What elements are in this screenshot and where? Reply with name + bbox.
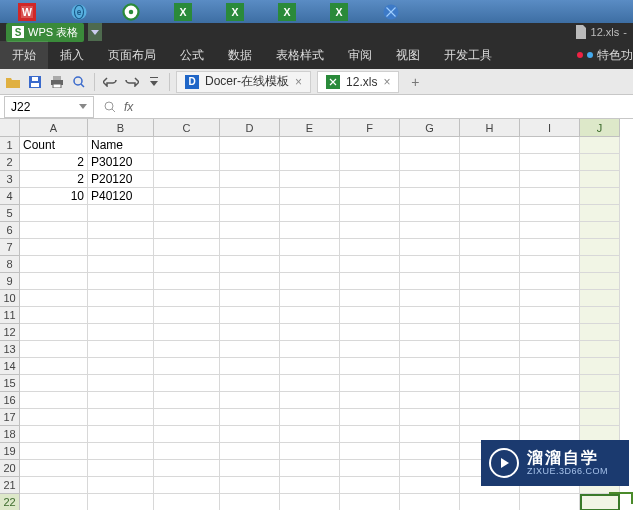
cell-B17[interactable]	[88, 409, 154, 426]
cell-F12[interactable]	[340, 324, 400, 341]
cell-C20[interactable]	[154, 460, 220, 477]
select-all-corner[interactable]	[0, 119, 20, 137]
cell-B8[interactable]	[88, 256, 154, 273]
cell-D10[interactable]	[220, 290, 280, 307]
cell-H12[interactable]	[460, 324, 520, 341]
cell-F5[interactable]	[340, 205, 400, 222]
cell-I9[interactable]	[520, 273, 580, 290]
cell-C15[interactable]	[154, 375, 220, 392]
cell-E2[interactable]	[280, 154, 340, 171]
cell-F11[interactable]	[340, 307, 400, 324]
row-head-22[interactable]: 22	[0, 494, 20, 510]
cell-E4[interactable]	[280, 188, 340, 205]
cell-C17[interactable]	[154, 409, 220, 426]
cell-G13[interactable]	[400, 341, 460, 358]
cell-J8[interactable]	[580, 256, 620, 273]
cell-C9[interactable]	[154, 273, 220, 290]
cell-A22[interactable]	[20, 494, 88, 510]
cell-B13[interactable]	[88, 341, 154, 358]
cell-C21[interactable]	[154, 477, 220, 494]
cell-I7[interactable]	[520, 239, 580, 256]
cell-A21[interactable]	[20, 477, 88, 494]
cell-G6[interactable]	[400, 222, 460, 239]
cell-H7[interactable]	[460, 239, 520, 256]
cell-J2[interactable]	[580, 154, 620, 171]
cell-I10[interactable]	[520, 290, 580, 307]
row-head-6[interactable]: 6	[0, 222, 20, 239]
menu-审阅[interactable]: 审阅	[336, 41, 384, 69]
cell-B6[interactable]	[88, 222, 154, 239]
cell-A11[interactable]	[20, 307, 88, 324]
row-head-3[interactable]: 3	[0, 171, 20, 188]
cell-E16[interactable]	[280, 392, 340, 409]
cell-I3[interactable]	[520, 171, 580, 188]
cell-H9[interactable]	[460, 273, 520, 290]
taskbar-app-4[interactable]: X	[162, 2, 204, 22]
menu-开始[interactable]: 开始	[0, 41, 48, 69]
cell-E3[interactable]	[280, 171, 340, 188]
cell-C18[interactable]	[154, 426, 220, 443]
row-head-17[interactable]: 17	[0, 409, 20, 426]
qat-dropdown[interactable]	[145, 73, 163, 91]
menu-表格样式[interactable]: 表格样式	[264, 41, 336, 69]
cell-I12[interactable]	[520, 324, 580, 341]
taskbar-app-8[interactable]	[370, 2, 412, 22]
cell-J16[interactable]	[580, 392, 620, 409]
menu-数据[interactable]: 数据	[216, 41, 264, 69]
menu-插入[interactable]: 插入	[48, 41, 96, 69]
cell-F7[interactable]	[340, 239, 400, 256]
col-head-J[interactable]: J	[580, 119, 620, 137]
cell-H6[interactable]	[460, 222, 520, 239]
fx-label[interactable]: fx	[124, 100, 133, 114]
cell-C16[interactable]	[154, 392, 220, 409]
row-head-12[interactable]: 12	[0, 324, 20, 341]
col-head-A[interactable]: A	[20, 119, 88, 137]
cell-D7[interactable]	[220, 239, 280, 256]
cell-J9[interactable]	[580, 273, 620, 290]
cell-G9[interactable]	[400, 273, 460, 290]
wps-dropdown[interactable]	[88, 23, 102, 41]
cell-A7[interactable]	[20, 239, 88, 256]
col-head-B[interactable]: B	[88, 119, 154, 137]
cell-A3[interactable]: 2	[20, 171, 88, 188]
cell-C22[interactable]	[154, 494, 220, 510]
col-head-D[interactable]: D	[220, 119, 280, 137]
cell-H5[interactable]	[460, 205, 520, 222]
cell-B18[interactable]	[88, 426, 154, 443]
cell-G22[interactable]	[400, 494, 460, 510]
cell-D5[interactable]	[220, 205, 280, 222]
cell-A9[interactable]	[20, 273, 88, 290]
cell-B19[interactable]	[88, 443, 154, 460]
row-head-4[interactable]: 4	[0, 188, 20, 205]
cell-G8[interactable]	[400, 256, 460, 273]
cell-C13[interactable]	[154, 341, 220, 358]
cell-G16[interactable]	[400, 392, 460, 409]
cell-I16[interactable]	[520, 392, 580, 409]
cell-G21[interactable]	[400, 477, 460, 494]
cell-J7[interactable]	[580, 239, 620, 256]
cell-B1[interactable]: Name	[88, 137, 154, 154]
cell-C3[interactable]	[154, 171, 220, 188]
cell-F19[interactable]	[340, 443, 400, 460]
cell-D2[interactable]	[220, 154, 280, 171]
row-head-14[interactable]: 14	[0, 358, 20, 375]
cell-E9[interactable]	[280, 273, 340, 290]
row-head-9[interactable]: 9	[0, 273, 20, 290]
cell-J12[interactable]	[580, 324, 620, 341]
cell-F8[interactable]	[340, 256, 400, 273]
cell-A4[interactable]: 10	[20, 188, 88, 205]
cell-A10[interactable]	[20, 290, 88, 307]
cell-H15[interactable]	[460, 375, 520, 392]
print-preview-button[interactable]	[70, 73, 88, 91]
cell-E20[interactable]	[280, 460, 340, 477]
close-icon[interactable]: ×	[295, 75, 302, 89]
cell-A15[interactable]	[20, 375, 88, 392]
taskbar-app-7[interactable]: X	[318, 2, 360, 22]
cell-C1[interactable]	[154, 137, 220, 154]
cell-A19[interactable]	[20, 443, 88, 460]
cell-J3[interactable]	[580, 171, 620, 188]
cell-H22[interactable]	[460, 494, 520, 510]
cell-H3[interactable]	[460, 171, 520, 188]
cell-E19[interactable]	[280, 443, 340, 460]
cell-H13[interactable]	[460, 341, 520, 358]
